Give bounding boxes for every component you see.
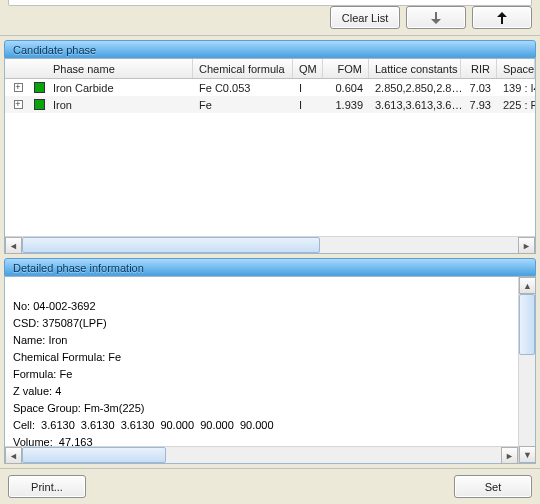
table-row[interactable]: +Iron CarbideFe C0.053I0.6042.850,2.850,… xyxy=(5,79,535,96)
scroll-right-button[interactable]: ► xyxy=(518,237,535,254)
cell-rir: 7.03 xyxy=(461,79,497,96)
col-header-chem[interactable]: Chemical formula xyxy=(193,59,293,78)
scroll-down-button[interactable]: ▼ xyxy=(519,446,536,463)
move-up-button[interactable] xyxy=(472,6,532,29)
col-header-fom[interactable]: FOM xyxy=(323,59,369,78)
cell-fom: 1.939 xyxy=(323,96,369,113)
col-header-lattice[interactable]: Lattice constants xyxy=(369,59,461,78)
move-down-button[interactable] xyxy=(406,6,466,29)
col-header-qm[interactable]: QM xyxy=(293,59,323,78)
candidate-phase-header: Candidate phase xyxy=(4,40,536,58)
expand-button[interactable]: + xyxy=(14,83,23,92)
detail-header: Detailed phase information xyxy=(4,258,536,276)
detail-hscrollbar[interactable]: ◄ ► xyxy=(5,446,518,463)
candidate-phase-panel: Phase name Chemical formula QM FOM Latti… xyxy=(4,58,536,254)
scroll-up-button[interactable]: ▲ xyxy=(519,277,536,294)
candidate-table-header: Phase name Chemical formula QM FOM Latti… xyxy=(5,59,535,79)
detail-text: No: 04-002-3692 CSD: 375087(LPF) Name: I… xyxy=(5,277,518,463)
arrow-down-icon xyxy=(428,11,444,25)
expand-button[interactable]: + xyxy=(14,100,23,109)
cell-fom: 0.604 xyxy=(323,79,369,96)
cell-qm: I xyxy=(293,79,323,96)
set-button[interactable]: Set xyxy=(454,475,532,498)
scroll-thumb[interactable] xyxy=(22,237,320,253)
cell-name: Iron xyxy=(47,96,193,113)
candidate-hscrollbar[interactable]: ◄ ► xyxy=(5,236,535,253)
cell-name: Iron Carbide xyxy=(47,79,193,96)
scroll-left-button[interactable]: ◄ xyxy=(5,237,22,254)
cell-rir: 7.93 xyxy=(461,96,497,113)
col-header-sg[interactable]: Space grou xyxy=(497,59,535,78)
arrow-up-icon xyxy=(494,11,510,25)
cell-qm: I xyxy=(293,96,323,113)
table-row[interactable]: +IronFeI1.9393.613,3.613,3.6…7.93225 : F… xyxy=(5,96,535,113)
detail-scroll-left-button[interactable]: ◄ xyxy=(5,447,22,464)
cell-chem: Fe xyxy=(193,96,293,113)
color-swatch xyxy=(34,82,45,93)
col-header-rir[interactable]: RIR xyxy=(461,59,497,78)
cell-chem: Fe C0.053 xyxy=(193,79,293,96)
print-button[interactable]: Print... xyxy=(8,475,86,498)
cell-sg: 139 : I4/mm xyxy=(497,79,535,96)
cell-lattice: 3.613,3.613,3.6… xyxy=(369,96,461,113)
color-swatch xyxy=(34,99,45,110)
col-header-name[interactable]: Phase name xyxy=(47,59,193,78)
detail-scroll-right-button[interactable]: ► xyxy=(501,447,518,464)
cell-lattice: 2.850,2.850,2.8… xyxy=(369,79,461,96)
clear-list-button[interactable]: Clear List xyxy=(330,6,400,29)
cell-sg: 225 : Fm-3m xyxy=(497,96,535,113)
detail-scroll-thumb[interactable] xyxy=(22,447,166,463)
detail-panel: No: 04-002-3692 CSD: 375087(LPF) Name: I… xyxy=(4,276,536,464)
detail-vscrollbar[interactable]: ▲ ▼ xyxy=(518,277,535,463)
vscroll-thumb[interactable] xyxy=(519,294,535,355)
